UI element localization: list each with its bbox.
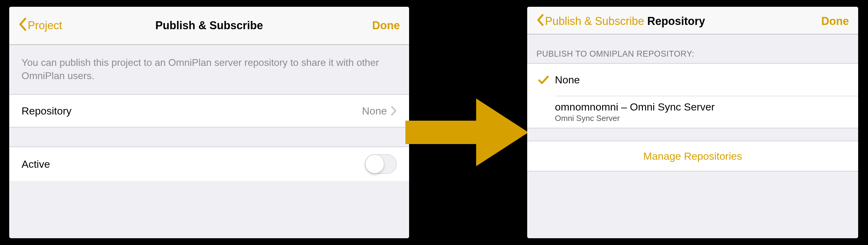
repository-row[interactable]: Repository None [9, 94, 409, 127]
done-button[interactable]: Done [372, 19, 400, 32]
done-button[interactable]: Done [821, 15, 849, 28]
description-text: You can publish this project to an OmniP… [9, 45, 409, 94]
toggle-knob [365, 155, 384, 173]
repo-option-none[interactable]: None [527, 64, 858, 96]
chevron-right-icon [391, 105, 397, 116]
navbar: Publish & Subscribe Repository Done [527, 7, 858, 34]
arrow-icon [405, 92, 528, 172]
spacer [9, 127, 409, 147]
active-label: Active [22, 158, 50, 170]
checkmark-icon [532, 73, 555, 86]
back-label: Publish & Subscribe [545, 15, 644, 28]
spacer [527, 128, 858, 141]
repository-value: None [362, 105, 387, 117]
section-header: PUBLISH TO OMNIPLAN REPOSITORY: [527, 34, 858, 63]
back-button[interactable]: Publish & Subscribe [536, 14, 644, 29]
page-title: Publish & Subscribe [9, 19, 409, 32]
manage-label: Manage Repositories [643, 150, 742, 162]
back-button[interactable]: Project [19, 18, 62, 34]
active-row: Active [9, 147, 409, 181]
repository-panel: Publish & Subscribe Repository Done PUBL… [527, 7, 858, 238]
repository-list: None omnomnomni – Omni Sync Server Omni … [527, 63, 858, 128]
repo-option-server[interactable]: omnomnomni – Omni Sync Server Omni Sync … [555, 96, 858, 128]
manage-repositories-button[interactable]: Manage Repositories [527, 141, 858, 172]
option-label: omnomnomni – Omni Sync Server [555, 101, 715, 113]
option-label: None [555, 74, 580, 86]
chevron-left-icon [19, 18, 28, 34]
navbar: Project Publish & Subscribe Done [9, 7, 409, 45]
publish-subscribe-panel: Project Publish & Subscribe Done You can… [9, 7, 409, 238]
repository-label: Repository [22, 105, 72, 117]
back-label: Project [28, 19, 62, 32]
option-sublabel: Omni Sync Server [555, 114, 715, 123]
page-title: Repository [647, 15, 705, 28]
svg-marker-0 [405, 98, 528, 166]
chevron-left-icon [536, 14, 545, 29]
active-toggle[interactable] [365, 154, 397, 174]
